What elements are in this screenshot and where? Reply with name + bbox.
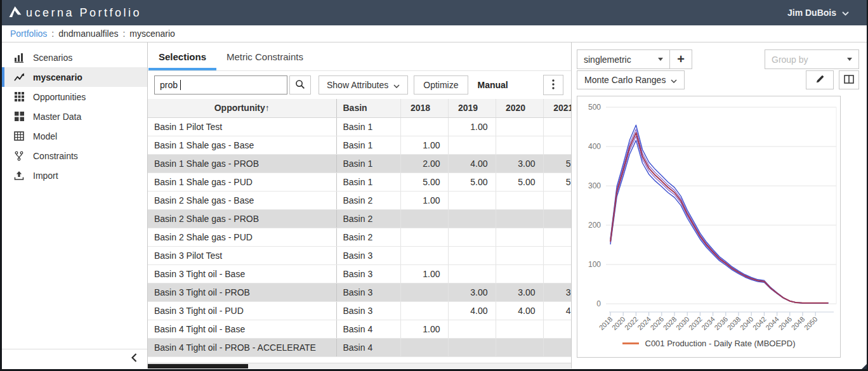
group-by-select[interactable]: Group by [765,49,859,69]
table-cell[interactable]: 5.00 [543,154,571,172]
user-menu[interactable]: Jim DuBois [787,8,849,18]
table-cell[interactable]: Basin 3 Pilot Test [148,246,336,264]
sidebar-item-import[interactable]: Import [2,166,147,185]
table-cell[interactable] [543,191,571,209]
table-cell[interactable]: 1.00 [400,136,448,154]
column-header-opportunity[interactable]: Opportunity↑ [148,99,336,117]
table-cell[interactable]: 3.00 [496,154,543,172]
table-cell[interactable]: Basin 2 [336,191,400,209]
column-header-2020[interactable]: 2020 [496,99,543,117]
table-cell[interactable]: 1.00 [400,191,448,209]
sidebar-item-model[interactable]: Model [2,126,147,146]
table-cell[interactable]: Basin 2 Shale gas - Base [148,191,336,209]
table-cell[interactable] [400,228,448,246]
table-cell[interactable] [496,209,543,228]
table-cell[interactable]: Basin 1 [336,154,400,172]
table-cell[interactable]: Basin 3 Tight oil - PROB [148,283,336,301]
table-row[interactable]: Basin 3 Tight oil - BaseBasin 31.00 [148,264,571,283]
column-header-basin[interactable]: Basin [336,99,400,117]
table-cell[interactable] [448,191,496,209]
table-cell[interactable]: 4.00 [543,301,571,320]
table-row[interactable]: Basin 1 Pilot TestBasin 11.00 [148,117,571,136]
show-attributes-button[interactable]: Show Attributes [319,75,408,94]
table-cell[interactable]: Basin 4 [336,320,400,338]
table-row[interactable]: Basin 4 Tight oil - PROB - ACCELERATEBas… [148,338,571,356]
table-cell[interactable]: Basin 1 [336,136,400,154]
table-cell[interactable]: 5.00 [543,172,571,191]
breadcrumb-portfolios[interactable]: Portfolios [10,29,47,39]
table-cell[interactable] [496,338,543,356]
table-cell[interactable]: 3.00 [543,283,571,301]
table-row[interactable]: Basin 2 Shale gas - PUDBasin 2 [148,228,571,246]
table-cell[interactable] [448,136,496,154]
table-cell[interactable]: Basin 1 Shale gas - PROB [148,154,336,172]
table-cell[interactable]: Basin 4 Tight oil - Base [148,320,336,338]
horizontal-scrollbar-thumb[interactable] [148,364,248,368]
table-cell[interactable]: 1.00 [400,264,448,283]
table-cell[interactable] [448,209,496,228]
table-row[interactable]: Basin 3 Tight oil - PUDBasin 34.004.004.… [148,301,571,320]
table-cell[interactable] [400,338,448,356]
table-cell[interactable] [496,264,543,283]
table-cell[interactable]: Basin 4 Tight oil - PROB - ACCELERATE [148,338,336,356]
tab-selections[interactable]: Selections [148,42,216,70]
table-cell[interactable]: 3.00 [496,283,543,301]
table-cell[interactable]: Basin 1 Shale gas - PUD [148,172,336,191]
table-cell[interactable] [496,117,543,136]
table-cell[interactable] [543,209,571,228]
table-cell[interactable] [543,117,571,136]
search-button[interactable] [289,75,311,94]
table-cell[interactable] [543,264,571,283]
table-row[interactable]: Basin 3 Pilot TestBasin 3 [148,246,571,264]
table-cell[interactable] [496,246,543,264]
table-cell[interactable] [400,246,448,264]
table-cell[interactable]: Basin 3 [336,264,400,283]
table-cell[interactable]: 4.00 [496,301,543,320]
table-cell[interactable] [400,117,448,136]
table-cell[interactable] [400,209,448,228]
table-cell[interactable]: Basin 3 [336,283,400,301]
table-cell[interactable] [448,320,496,338]
table-cell[interactable]: 4.00 [448,301,496,320]
add-metric-button[interactable]: + [669,49,692,69]
sidebar-collapse-button[interactable] [2,349,147,368]
table-cell[interactable]: Basin 1 Shale gas - Base [148,136,336,154]
table-cell[interactable]: Basin 3 [336,246,400,264]
table-cell[interactable] [400,301,448,320]
overflow-menu-button[interactable] [543,75,563,95]
sidebar-item-opportunities[interactable]: Opportunities [2,87,147,107]
table-cell[interactable]: 5.00 [448,172,496,191]
column-header-2021[interactable]: 2021 [543,99,571,117]
table-cell[interactable] [543,246,571,264]
table-cell[interactable]: Basin 1 Pilot Test [148,117,336,136]
column-header-2019[interactable]: 2019 [448,99,496,117]
table-cell[interactable]: Basin 3 [336,301,400,320]
tab-metric-constraints[interactable]: Metric Constraints [216,42,313,70]
table-cell[interactable]: Basin 2 [336,228,400,246]
table-cell[interactable]: 2.00 [400,154,448,172]
sidebar-item-scenarios[interactable]: Scenarios [2,48,147,67]
table-cell[interactable]: Basin 2 Shale gas - PUD [148,228,336,246]
table-row[interactable]: Basin 2 Shale gas - BaseBasin 21.00 [148,191,571,209]
table-cell[interactable]: 3.00 [448,283,496,301]
table-cell[interactable] [400,283,448,301]
column-header-2018[interactable]: 2018 [400,99,448,117]
table-row[interactable]: Basin 2 Shale gas - PROBBasin 2 [148,209,571,228]
table-cell[interactable]: Basin 3 Tight oil - Base [148,264,336,283]
monte-carlo-ranges-button[interactable]: Monte Carlo Ranges [577,70,685,89]
table-row[interactable]: Basin 4 Tight oil - BaseBasin 41.00 [148,320,571,338]
table-cell[interactable] [496,136,543,154]
search-input[interactable] [154,75,287,94]
table-cell[interactable]: Basin 1 [336,117,400,136]
sidebar-item-constraints[interactable]: Constraints [2,146,147,166]
table-cell[interactable]: Basin 2 [336,209,400,228]
sidebar-item-myscenario[interactable]: myscenario [2,67,147,87]
table-row[interactable]: Basin 3 Tight oil - PROBBasin 33.003.003… [148,283,571,301]
table-cell[interactable]: 1.00 [400,320,448,338]
table-row[interactable]: Basin 1 Shale gas - BaseBasin 11.00 [148,136,571,154]
table-cell[interactable]: Basin 4 [336,338,400,356]
sidebar-item-master-data[interactable]: Master Data [2,107,147,126]
table-cell[interactable]: 5.00 [496,172,543,191]
table-cell[interactable] [543,136,571,154]
table-cell[interactable] [448,246,496,264]
